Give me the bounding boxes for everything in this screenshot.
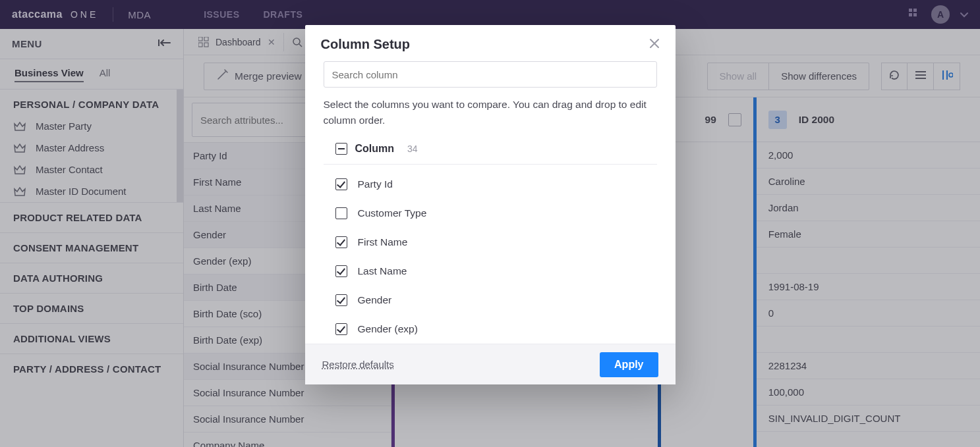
apply-button[interactable]: Apply bbox=[600, 352, 658, 377]
column-option[interactable]: First Name bbox=[335, 228, 657, 257]
restore-defaults-link[interactable]: Restore defaults bbox=[322, 359, 394, 370]
checkbox-icon[interactable] bbox=[335, 265, 347, 277]
column-setup-modal: Column Setup Select the columns you want… bbox=[305, 25, 676, 384]
modal-hint: Select the columns you want to compare. … bbox=[324, 97, 657, 128]
column-group-header[interactable]: Column 34 bbox=[324, 139, 657, 165]
column-option-list: Party Id Customer Type First Name Last N… bbox=[324, 165, 657, 344]
modal-title: Column Setup bbox=[321, 37, 411, 52]
modal-overlay[interactable]: Column Setup Select the columns you want… bbox=[0, 0, 980, 447]
modal-header: Column Setup bbox=[305, 25, 676, 61]
option-label: Party Id bbox=[358, 178, 393, 190]
checkbox-icon[interactable] bbox=[335, 236, 347, 248]
column-option[interactable]: Customer Type bbox=[335, 199, 657, 228]
option-label: Customer Type bbox=[358, 207, 427, 219]
option-label: Last Name bbox=[358, 265, 407, 277]
column-option[interactable]: Gender bbox=[335, 286, 657, 315]
checkbox-icon[interactable] bbox=[335, 294, 347, 306]
checkbox-icon[interactable] bbox=[335, 178, 347, 190]
option-label: Gender bbox=[358, 294, 392, 306]
column-search-input[interactable] bbox=[324, 61, 657, 88]
indeterminate-checkbox-icon[interactable] bbox=[335, 143, 347, 155]
column-option[interactable]: Party Id bbox=[335, 170, 657, 199]
column-option[interactable]: Last Name bbox=[335, 257, 657, 286]
close-icon[interactable] bbox=[649, 38, 660, 51]
checkbox-icon[interactable] bbox=[335, 323, 347, 335]
checkbox-icon[interactable] bbox=[335, 207, 347, 219]
column-option[interactable]: Gender (exp) bbox=[335, 315, 657, 344]
modal-body: Select the columns you want to compare. … bbox=[305, 61, 676, 344]
modal-footer: Restore defaults Apply bbox=[305, 344, 676, 384]
option-label: First Name bbox=[358, 236, 408, 248]
group-label: Column bbox=[355, 143, 395, 155]
option-label: Gender (exp) bbox=[358, 323, 418, 335]
group-count: 34 bbox=[407, 144, 418, 154]
